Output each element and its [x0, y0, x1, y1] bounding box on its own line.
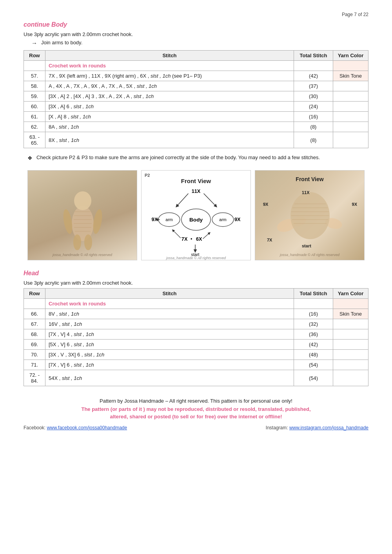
svg-line-14 — [204, 194, 216, 206]
table-row: 63. - 65. 8X , slst , 1ch (8) — [24, 132, 368, 148]
svg-line-28 — [203, 233, 210, 239]
head-title: Head — [24, 270, 368, 277]
p2-label: P2 — [145, 173, 150, 178]
svg-text:9X: 9X — [234, 216, 241, 222]
table-row: 70. [3X , V , 3X] 6 , slst , 1ch (48) — [24, 350, 368, 360]
svg-line-13 — [177, 194, 188, 206]
diamond-icon: ❖ — [27, 154, 33, 162]
p2-title: Front View — [181, 178, 211, 184]
table-row: 69. [5X , V] 6 , slst , 1ch (42) — [24, 340, 368, 350]
head-intro: Use 3ply acrylic yarn with 2.00mm croche… — [24, 280, 368, 286]
head-col-yarn: Yarn Color — [333, 289, 368, 299]
table-subheading-row: Crochet work in rounds — [24, 61, 368, 71]
arrow-icon: → — [31, 40, 37, 46]
p1-image: P1 — [27, 170, 137, 260]
table-row: 61. [X , A] 8 , slst , 1ch (16) — [24, 112, 368, 122]
svg-line-27 — [173, 230, 181, 238]
svg-text:7X: 7X — [181, 236, 188, 242]
svg-text:arm: arm — [219, 217, 227, 222]
table-row: 59. [3X , A] 2 , [4X , A] 3 , 3X , A , 2… — [24, 91, 368, 102]
col-yarn-color: Yarn Color — [333, 51, 368, 61]
join-arms-bullet: → Join arms to body. — [24, 40, 368, 46]
table-row: 66. 8V , slst , 1ch (16) Skin Tone — [24, 309, 368, 319]
head-table: Row Stitch Total Stitch Yarn Color Croch… — [24, 288, 368, 386]
footer-bold-line1: The pattern (or parts of it ) may not be… — [24, 406, 368, 412]
p3-image: P3 — [255, 170, 365, 260]
page-number: Page 7 of 22 — [24, 12, 368, 17]
continue-body-intro: Use 3ply acrylic yarn with 2.00mm croche… — [24, 31, 368, 37]
p2-image: P2 Front View 11X arm Body — [141, 170, 251, 260]
head-crochet-subheading: Crochet work in rounds — [49, 301, 106, 307]
facebook-link-group: Facebook: www.facebook.com/jossa00handma… — [24, 425, 127, 430]
table-row: 71. [7X , V] 6 , slst , 1ch (54) — [24, 360, 368, 370]
svg-text:6X: 6X — [196, 236, 202, 242]
head-table-subheading-row: Crochet work in rounds — [24, 299, 368, 309]
col-row: Row — [24, 51, 45, 61]
svg-point-1 — [74, 191, 91, 210]
p2-diagram-svg: 11X arm Body arm 9X — [145, 185, 247, 256]
p1-watermark: jossa_handmade © All rights reserved — [28, 253, 137, 257]
svg-text:11X: 11X — [192, 188, 201, 194]
p3-watermark: jossa_handmade © All rights reserved — [255, 253, 364, 257]
svg-point-5 — [84, 234, 92, 250]
facebook-label: Facebook: — [24, 425, 47, 430]
footer-bold-line2: altered, shared or posted (to sell or fo… — [24, 414, 368, 420]
table-row: 57. 7X , 9X (left arm) , 11X , 9X (right… — [24, 71, 368, 81]
table-row: 67. 16V , slst , 1ch (32) — [24, 319, 368, 329]
footer-links: Facebook: www.facebook.com/jossa00handma… — [24, 425, 368, 430]
svg-text:start: start — [191, 252, 200, 256]
col-stitch: Stitch — [45, 51, 294, 61]
p2-watermark: jossa_handmade © All rights reserved — [166, 256, 226, 260]
facebook-link[interactable]: www.facebook.com/jossa00handmade — [47, 425, 127, 430]
images-row: P1 — [24, 170, 368, 260]
svg-text:arm: arm — [165, 217, 173, 222]
head-col-total: Total Stitch — [294, 289, 333, 299]
table-row: 58. A , 4X , A , 7X , A , 9X , A , 7X , … — [24, 81, 368, 91]
instagram-link[interactable]: www.instagram.com/jossa_handmade — [289, 425, 368, 430]
svg-text:•: • — [191, 236, 192, 242]
instagram-label: Instagram: — [266, 425, 289, 430]
head-col-row: Row — [24, 289, 45, 299]
table-row: 60. [3X , A] 6 , slst , 1ch (24) — [24, 102, 368, 112]
footer-normal-text: Pattern by Jossa Handmade – All right re… — [24, 398, 368, 404]
note-bullet: ❖ Check picture P2 & P3 to make sure the… — [24, 154, 368, 162]
p3-title: Front View — [255, 176, 364, 182]
continue-body-title: continue Body — [24, 21, 368, 28]
footer-section: Pattern by Jossa Handmade – All right re… — [24, 398, 368, 430]
p1-doll-svg — [47, 180, 118, 251]
table-row: 62. 8A , slst , 1ch (8) — [24, 122, 368, 132]
table-row: 68. [7X , V] 4 , slst , 1ch (36) — [24, 329, 368, 340]
col-total-stitch: Total Stitch — [294, 51, 333, 61]
svg-point-4 — [73, 234, 81, 250]
svg-text:Body: Body — [189, 217, 203, 223]
table-row: 72. - 84. 54X , slst , 1ch (54) — [24, 370, 368, 386]
head-col-stitch: Stitch — [45, 289, 294, 299]
crochet-subheading: Crochet work in rounds — [49, 63, 106, 69]
body-table: Row Stitch Total Stitch Yarn Color Croch… — [24, 50, 368, 148]
instagram-link-group: Instagram: www.instagram.com/jossa_handm… — [266, 425, 368, 430]
